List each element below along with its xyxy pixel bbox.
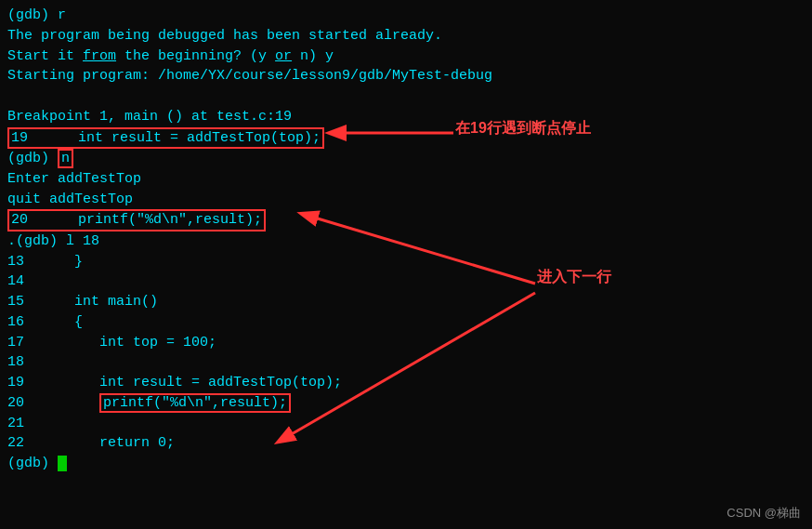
- line-6: Breakpoint 1, main () at test.c:19: [7, 107, 805, 127]
- line-12: .(gdb) l 18: [7, 231, 805, 252]
- line-14: 14: [7, 271, 805, 292]
- cursor: [58, 456, 67, 471]
- line-17: 17 int top = 100;: [7, 333, 805, 353]
- line-15: 15 int main(): [7, 292, 805, 312]
- line-1: (gdb) r: [7, 6, 805, 26]
- line-19: 19 int result = addTestTop(top);: [7, 373, 805, 393]
- line-10: quit addTestTop: [7, 190, 805, 210]
- line-7: 19 int result = addTestTop(top);: [7, 127, 805, 150]
- line-4: Starting program: /home/YX/course/lesson…: [7, 66, 805, 86]
- line-16: 16 {: [7, 312, 805, 333]
- line-18: 18: [7, 352, 805, 373]
- line-2: The program being debugged has been star…: [7, 26, 805, 46]
- terminal: (gdb) r The program being debugged has b…: [0, 0, 812, 529]
- line-21: 21: [7, 414, 805, 434]
- annotation-2: 进入下一行: [537, 268, 611, 287]
- line-20: 20 printf("%d\n",result);: [7, 393, 805, 414]
- line-blank: [7, 86, 805, 107]
- line-9: Enter addTestTop: [7, 169, 805, 190]
- line-11: 20 printf("%d\n",result);: [7, 209, 805, 231]
- line-23[interactable]: (gdb): [7, 454, 805, 474]
- line-3: Start it from the beginning? (y or n) y: [7, 46, 805, 67]
- annotation-1: 在19行遇到断点停止: [455, 119, 591, 139]
- line-22: 22 return 0;: [7, 433, 805, 454]
- line-13: 13 }: [7, 252, 805, 272]
- watermark: CSDN @梯曲: [727, 505, 801, 522]
- line-8: (gdb) n: [7, 149, 805, 169]
